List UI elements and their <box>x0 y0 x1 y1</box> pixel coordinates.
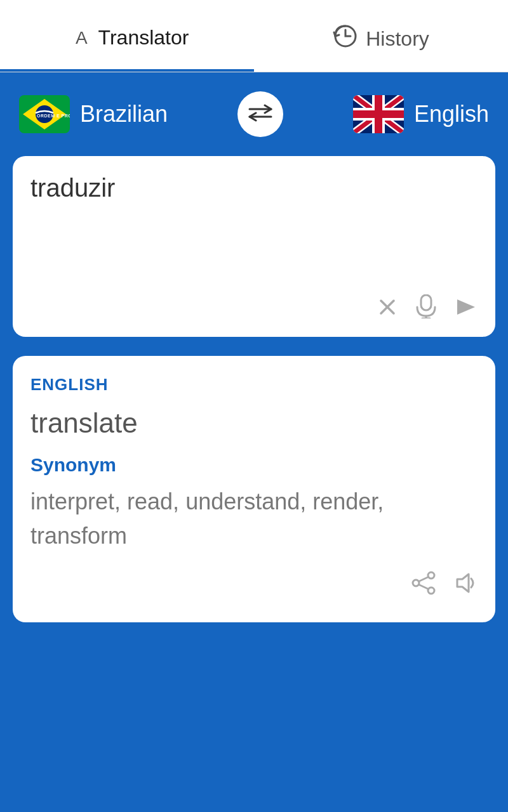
source-text-input[interactable] <box>30 174 478 288</box>
tab-bar: 文 A Translator History <box>0 0 508 72</box>
source-language-selector[interactable]: ORDEM E PROGRESSO Brazilian <box>19 95 168 133</box>
tab-history[interactable]: History <box>254 0 508 72</box>
svg-text:A: A <box>76 28 88 48</box>
swap-icon <box>248 104 272 124</box>
translator-label: Translator <box>98 26 189 49</box>
svg-point-24 <box>413 580 419 586</box>
output-box: ENGLISH translate Synonym interpret, rea… <box>13 356 495 622</box>
input-actions <box>30 294 478 324</box>
svg-text:ORDEM E PROGRESSO: ORDEM E PROGRESSO <box>37 114 70 118</box>
translator-icon: 文 A <box>65 22 91 53</box>
history-icon <box>333 23 358 55</box>
svg-point-23 <box>428 587 434 594</box>
svg-marker-27 <box>457 574 469 592</box>
uk-flag <box>353 95 404 133</box>
input-box <box>13 156 495 337</box>
translation-result: translate <box>30 407 478 439</box>
svg-line-26 <box>419 585 429 589</box>
brazil-flag: ORDEM E PROGRESSO <box>19 95 70 133</box>
mic-button[interactable] <box>415 294 437 324</box>
tab-translator[interactable]: 文 A Translator <box>0 0 254 72</box>
share-button[interactable] <box>411 571 436 601</box>
output-actions <box>30 571 478 601</box>
speaker-button[interactable] <box>453 571 478 601</box>
synonym-label: Synonym <box>30 454 478 476</box>
synonym-text: interpret, read, understand, render, tra… <box>30 485 478 553</box>
svg-marker-21 <box>457 299 475 315</box>
swap-languages-button[interactable] <box>237 91 283 137</box>
svg-line-25 <box>419 577 429 582</box>
history-label: History <box>366 27 429 51</box>
svg-rect-18 <box>421 295 431 310</box>
target-language-selector[interactable]: English <box>353 95 489 133</box>
svg-point-22 <box>428 572 434 579</box>
svg-rect-15 <box>353 110 404 118</box>
main-content: ORDEM E PROGRESSO Brazilian <box>0 72 508 812</box>
language-selector: ORDEM E PROGRESSO Brazilian <box>13 91 495 137</box>
target-language-name: English <box>414 101 489 128</box>
source-language-name: Brazilian <box>80 101 168 128</box>
clear-button[interactable] <box>377 296 398 323</box>
output-language-label: ENGLISH <box>30 375 478 395</box>
send-button[interactable] <box>455 296 478 323</box>
